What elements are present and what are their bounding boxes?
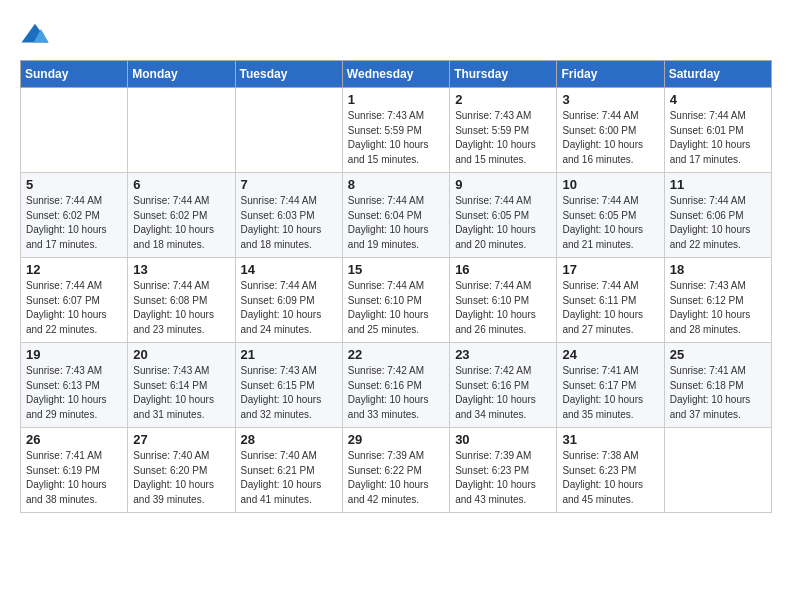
day-number: 6 <box>133 177 229 192</box>
day-number: 13 <box>133 262 229 277</box>
calendar-cell: 4Sunrise: 7:44 AM Sunset: 6:01 PM Daylig… <box>664 88 771 173</box>
day-number: 9 <box>455 177 551 192</box>
day-info: Sunrise: 7:42 AM Sunset: 6:16 PM Dayligh… <box>348 364 444 422</box>
calendar-cell: 14Sunrise: 7:44 AM Sunset: 6:09 PM Dayli… <box>235 258 342 343</box>
day-number: 8 <box>348 177 444 192</box>
calendar-cell <box>128 88 235 173</box>
day-number: 10 <box>562 177 658 192</box>
day-info: Sunrise: 7:43 AM Sunset: 5:59 PM Dayligh… <box>348 109 444 167</box>
day-number: 23 <box>455 347 551 362</box>
day-number: 5 <box>26 177 122 192</box>
calendar-cell: 26Sunrise: 7:41 AM Sunset: 6:19 PM Dayli… <box>21 428 128 513</box>
calendar-week-4: 19Sunrise: 7:43 AM Sunset: 6:13 PM Dayli… <box>21 343 772 428</box>
day-header-tuesday: Tuesday <box>235 61 342 88</box>
day-info: Sunrise: 7:42 AM Sunset: 6:16 PM Dayligh… <box>455 364 551 422</box>
day-info: Sunrise: 7:44 AM Sunset: 6:10 PM Dayligh… <box>455 279 551 337</box>
calendar-week-5: 26Sunrise: 7:41 AM Sunset: 6:19 PM Dayli… <box>21 428 772 513</box>
day-header-saturday: Saturday <box>664 61 771 88</box>
day-number: 14 <box>241 262 337 277</box>
day-number: 22 <box>348 347 444 362</box>
day-info: Sunrise: 7:43 AM Sunset: 5:59 PM Dayligh… <box>455 109 551 167</box>
calendar-cell <box>21 88 128 173</box>
day-number: 2 <box>455 92 551 107</box>
calendar-cell: 17Sunrise: 7:44 AM Sunset: 6:11 PM Dayli… <box>557 258 664 343</box>
day-info: Sunrise: 7:44 AM Sunset: 6:10 PM Dayligh… <box>348 279 444 337</box>
day-number: 20 <box>133 347 229 362</box>
calendar-cell: 19Sunrise: 7:43 AM Sunset: 6:13 PM Dayli… <box>21 343 128 428</box>
day-number: 31 <box>562 432 658 447</box>
day-number: 18 <box>670 262 766 277</box>
day-number: 16 <box>455 262 551 277</box>
calendar-cell: 30Sunrise: 7:39 AM Sunset: 6:23 PM Dayli… <box>450 428 557 513</box>
day-number: 24 <box>562 347 658 362</box>
day-number: 11 <box>670 177 766 192</box>
calendar-cell: 23Sunrise: 7:42 AM Sunset: 6:16 PM Dayli… <box>450 343 557 428</box>
day-info: Sunrise: 7:43 AM Sunset: 6:15 PM Dayligh… <box>241 364 337 422</box>
calendar-cell: 3Sunrise: 7:44 AM Sunset: 6:00 PM Daylig… <box>557 88 664 173</box>
calendar-cell: 21Sunrise: 7:43 AM Sunset: 6:15 PM Dayli… <box>235 343 342 428</box>
day-number: 25 <box>670 347 766 362</box>
page-header <box>20 20 772 50</box>
day-number: 17 <box>562 262 658 277</box>
day-info: Sunrise: 7:39 AM Sunset: 6:23 PM Dayligh… <box>455 449 551 507</box>
calendar-cell: 16Sunrise: 7:44 AM Sunset: 6:10 PM Dayli… <box>450 258 557 343</box>
day-info: Sunrise: 7:41 AM Sunset: 6:17 PM Dayligh… <box>562 364 658 422</box>
day-number: 30 <box>455 432 551 447</box>
day-number: 19 <box>26 347 122 362</box>
calendar-cell: 13Sunrise: 7:44 AM Sunset: 6:08 PM Dayli… <box>128 258 235 343</box>
calendar-cell: 10Sunrise: 7:44 AM Sunset: 6:05 PM Dayli… <box>557 173 664 258</box>
calendar-cell: 6Sunrise: 7:44 AM Sunset: 6:02 PM Daylig… <box>128 173 235 258</box>
day-header-thursday: Thursday <box>450 61 557 88</box>
calendar-week-1: 1Sunrise: 7:43 AM Sunset: 5:59 PM Daylig… <box>21 88 772 173</box>
day-info: Sunrise: 7:44 AM Sunset: 6:09 PM Dayligh… <box>241 279 337 337</box>
calendar-cell: 1Sunrise: 7:43 AM Sunset: 5:59 PM Daylig… <box>342 88 449 173</box>
day-info: Sunrise: 7:44 AM Sunset: 6:01 PM Dayligh… <box>670 109 766 167</box>
calendar-cell: 15Sunrise: 7:44 AM Sunset: 6:10 PM Dayli… <box>342 258 449 343</box>
calendar-cell <box>664 428 771 513</box>
day-info: Sunrise: 7:44 AM Sunset: 6:00 PM Dayligh… <box>562 109 658 167</box>
day-number: 28 <box>241 432 337 447</box>
day-info: Sunrise: 7:40 AM Sunset: 6:21 PM Dayligh… <box>241 449 337 507</box>
day-info: Sunrise: 7:38 AM Sunset: 6:23 PM Dayligh… <box>562 449 658 507</box>
calendar-cell: 2Sunrise: 7:43 AM Sunset: 5:59 PM Daylig… <box>450 88 557 173</box>
day-number: 21 <box>241 347 337 362</box>
calendar-header-row: SundayMondayTuesdayWednesdayThursdayFrid… <box>21 61 772 88</box>
day-info: Sunrise: 7:41 AM Sunset: 6:19 PM Dayligh… <box>26 449 122 507</box>
day-header-friday: Friday <box>557 61 664 88</box>
day-info: Sunrise: 7:44 AM Sunset: 6:02 PM Dayligh… <box>26 194 122 252</box>
day-info: Sunrise: 7:44 AM Sunset: 6:05 PM Dayligh… <box>562 194 658 252</box>
day-info: Sunrise: 7:44 AM Sunset: 6:03 PM Dayligh… <box>241 194 337 252</box>
day-info: Sunrise: 7:44 AM Sunset: 6:06 PM Dayligh… <box>670 194 766 252</box>
day-number: 29 <box>348 432 444 447</box>
day-info: Sunrise: 7:44 AM Sunset: 6:04 PM Dayligh… <box>348 194 444 252</box>
calendar-cell: 24Sunrise: 7:41 AM Sunset: 6:17 PM Dayli… <box>557 343 664 428</box>
day-info: Sunrise: 7:44 AM Sunset: 6:05 PM Dayligh… <box>455 194 551 252</box>
calendar-week-2: 5Sunrise: 7:44 AM Sunset: 6:02 PM Daylig… <box>21 173 772 258</box>
day-info: Sunrise: 7:44 AM Sunset: 6:08 PM Dayligh… <box>133 279 229 337</box>
day-number: 12 <box>26 262 122 277</box>
calendar-cell: 25Sunrise: 7:41 AM Sunset: 6:18 PM Dayli… <box>664 343 771 428</box>
calendar-cell: 27Sunrise: 7:40 AM Sunset: 6:20 PM Dayli… <box>128 428 235 513</box>
day-number: 1 <box>348 92 444 107</box>
calendar-cell: 28Sunrise: 7:40 AM Sunset: 6:21 PM Dayli… <box>235 428 342 513</box>
day-header-sunday: Sunday <box>21 61 128 88</box>
calendar-cell: 18Sunrise: 7:43 AM Sunset: 6:12 PM Dayli… <box>664 258 771 343</box>
day-number: 26 <box>26 432 122 447</box>
logo-icon <box>20 20 50 50</box>
calendar-cell: 20Sunrise: 7:43 AM Sunset: 6:14 PM Dayli… <box>128 343 235 428</box>
day-info: Sunrise: 7:40 AM Sunset: 6:20 PM Dayligh… <box>133 449 229 507</box>
calendar-cell: 22Sunrise: 7:42 AM Sunset: 6:16 PM Dayli… <box>342 343 449 428</box>
calendar-cell: 8Sunrise: 7:44 AM Sunset: 6:04 PM Daylig… <box>342 173 449 258</box>
calendar-cell <box>235 88 342 173</box>
calendar-table: SundayMondayTuesdayWednesdayThursdayFrid… <box>20 60 772 513</box>
day-number: 27 <box>133 432 229 447</box>
day-info: Sunrise: 7:43 AM Sunset: 6:12 PM Dayligh… <box>670 279 766 337</box>
calendar-cell: 11Sunrise: 7:44 AM Sunset: 6:06 PM Dayli… <box>664 173 771 258</box>
day-header-monday: Monday <box>128 61 235 88</box>
calendar-cell: 7Sunrise: 7:44 AM Sunset: 6:03 PM Daylig… <box>235 173 342 258</box>
calendar-cell: 9Sunrise: 7:44 AM Sunset: 6:05 PM Daylig… <box>450 173 557 258</box>
day-info: Sunrise: 7:44 AM Sunset: 6:02 PM Dayligh… <box>133 194 229 252</box>
calendar-cell: 5Sunrise: 7:44 AM Sunset: 6:02 PM Daylig… <box>21 173 128 258</box>
calendar-week-3: 12Sunrise: 7:44 AM Sunset: 6:07 PM Dayli… <box>21 258 772 343</box>
day-info: Sunrise: 7:44 AM Sunset: 6:07 PM Dayligh… <box>26 279 122 337</box>
